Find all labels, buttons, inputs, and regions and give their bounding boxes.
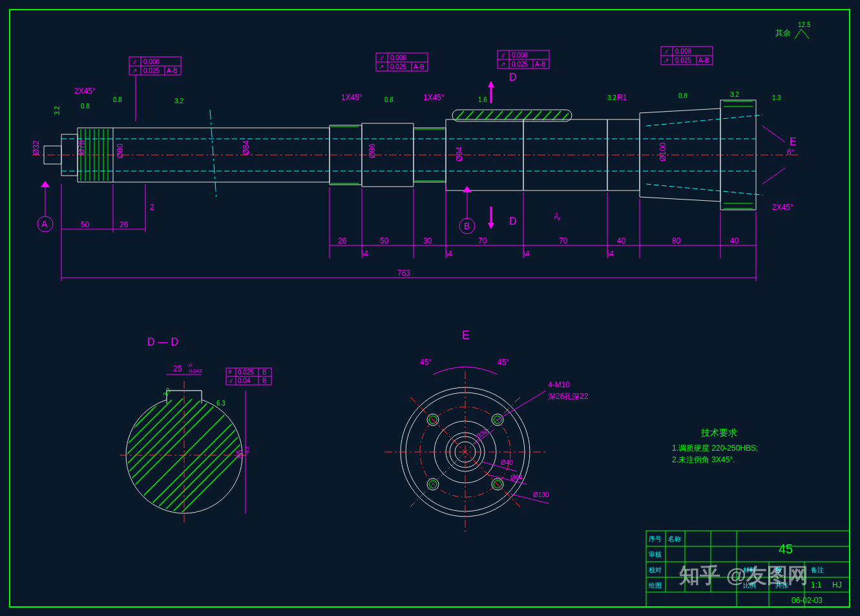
svg-text:\4: \4 bbox=[446, 249, 452, 258]
svg-text:3.2: 3.2 bbox=[607, 94, 616, 101]
svg-text:Ø80: Ø80 bbox=[116, 143, 125, 158]
svg-text:↗: ↗ bbox=[379, 63, 384, 70]
gdt-box-1: ⫽ 0.008 ↗ 0.025 A-B bbox=[129, 57, 181, 121]
svg-text:0.025: 0.025 bbox=[390, 63, 406, 70]
svg-text:0.008: 0.008 bbox=[675, 48, 691, 55]
svg-line-19 bbox=[485, 111, 493, 120]
svg-line-22 bbox=[514, 111, 522, 120]
svg-text:0.025: 0.025 bbox=[238, 369, 254, 376]
svg-text:2°: 2° bbox=[552, 211, 563, 221]
svg-text:深26孔深22: 深26孔深22 bbox=[548, 392, 589, 401]
svg-text:备注: 备注 bbox=[811, 566, 824, 573]
svg-text:0.008: 0.008 bbox=[512, 52, 528, 59]
svg-text:4-M10: 4-M10 bbox=[548, 380, 570, 389]
svg-text:763: 763 bbox=[397, 269, 410, 278]
datum-b: B bbox=[459, 186, 475, 234]
svg-text:40: 40 bbox=[730, 236, 739, 245]
svg-text:0.025: 0.025 bbox=[512, 61, 528, 68]
cad-drawing: 其余 12.5 bbox=[0, 0, 860, 616]
svg-text:0.8: 0.8 bbox=[384, 96, 393, 103]
gdt-box-2: ⫽ 0.008 ↗ 0.025 A-B bbox=[376, 53, 428, 71]
svg-text:审核: 审核 bbox=[649, 551, 662, 558]
gdt-box-3: ⫽ 0.008 ↗ 0.025 A-B bbox=[498, 50, 549, 68]
svg-line-17 bbox=[465, 111, 474, 120]
svg-text:50: 50 bbox=[81, 220, 90, 229]
svg-text:40: 40 bbox=[617, 236, 626, 245]
svg-text:\4: \4 bbox=[607, 249, 614, 258]
svg-text:26: 26 bbox=[338, 236, 347, 245]
svg-text:B: B bbox=[262, 377, 267, 384]
svg-text:R1: R1 bbox=[617, 93, 627, 102]
svg-line-23 bbox=[523, 111, 532, 120]
svg-line-213 bbox=[498, 391, 546, 420]
svg-text:50: 50 bbox=[380, 236, 389, 245]
svg-text:Ø84: Ø84 bbox=[242, 140, 251, 155]
svg-text:A-B: A-B bbox=[414, 63, 425, 70]
svg-text:A-B: A-B bbox=[535, 61, 546, 68]
svg-text:6°: 6° bbox=[787, 148, 795, 157]
svg-text:=: = bbox=[228, 369, 232, 376]
svg-line-20 bbox=[494, 111, 503, 120]
svg-text:Ø130: Ø130 bbox=[533, 491, 549, 498]
svg-text:1.调质硬度 220-250HBS;: 1.调质硬度 220-250HBS; bbox=[672, 444, 758, 453]
svg-text:⫽: ⫽ bbox=[132, 58, 138, 65]
svg-text:Ø94: Ø94 bbox=[455, 147, 464, 161]
svg-text:⫽: ⫽ bbox=[379, 54, 385, 61]
svg-text:B: B bbox=[262, 369, 267, 376]
svg-text:⫽: ⫽ bbox=[500, 52, 507, 59]
datum-a: A bbox=[37, 181, 53, 232]
svg-text:Ø64: Ø64 bbox=[510, 474, 523, 481]
svg-text:1X45°: 1X45° bbox=[341, 93, 362, 102]
svg-text:绘图: 绘图 bbox=[649, 582, 662, 589]
watermark: 知乎 @友图网 bbox=[679, 562, 808, 590]
svg-line-158 bbox=[145, 420, 246, 520]
svg-line-164 bbox=[123, 391, 210, 478]
svg-text:HJ: HJ bbox=[832, 580, 842, 590]
svg-line-92 bbox=[762, 168, 785, 184]
svg-line-21 bbox=[504, 111, 512, 120]
svg-text:Ø100: Ø100 bbox=[658, 142, 667, 161]
svg-text:26: 26 bbox=[120, 220, 129, 229]
svg-text:70: 70 bbox=[478, 236, 487, 245]
bottom-dimensions bbox=[61, 184, 756, 281]
svg-text:3.2: 3.2 bbox=[174, 98, 184, 105]
svg-text:A: A bbox=[41, 219, 48, 229]
svg-text:45: 45 bbox=[779, 542, 793, 556]
svg-text:↗: ↗ bbox=[664, 57, 669, 64]
svg-line-34 bbox=[646, 115, 762, 126]
svg-text:1:1: 1:1 bbox=[811, 580, 822, 590]
svg-line-160 bbox=[165, 439, 246, 520]
svg-line-166 bbox=[123, 391, 191, 458]
svg-text:2.未注倒角 3X45°.: 2.未注倒角 3X45°. bbox=[672, 455, 735, 464]
svg-text:Ø32: Ø32 bbox=[32, 140, 41, 155]
svg-text:1.6: 1.6 bbox=[478, 96, 487, 103]
svg-text:E: E bbox=[790, 136, 797, 147]
svg-text:⫽: ⫽ bbox=[228, 377, 235, 384]
svg-text:0.8: 0.8 bbox=[678, 92, 687, 99]
svg-text:3.2: 3.2 bbox=[54, 106, 61, 115]
svg-text:2X45°: 2X45° bbox=[772, 203, 793, 212]
svg-line-163 bbox=[123, 391, 220, 488]
svg-text:0.008: 0.008 bbox=[390, 54, 406, 61]
svg-text:0.008: 0.008 bbox=[143, 58, 160, 65]
view-e: E 45° 45° 4-M10 bbox=[384, 329, 589, 533]
svg-text:45°: 45° bbox=[498, 358, 509, 367]
svg-text:技术要求: 技术要求 bbox=[700, 427, 737, 438]
svg-text:-0: -0 bbox=[187, 362, 193, 368]
svg-text:A-B: A-B bbox=[698, 57, 709, 64]
svg-text:0.8: 0.8 bbox=[113, 96, 122, 103]
main-shaft-view: 50 26 2 26 50 30 70 70 40 80 40 \4 \4 \4… bbox=[32, 46, 798, 281]
svg-text:序号: 序号 bbox=[649, 535, 662, 542]
gdt-box-4: ⫽ 0.008 ↗ 0.025 A-B bbox=[661, 46, 713, 65]
tech-requirements: 技术要求 1.调质硬度 220-250HBS; 2.未注倒角 3X45°. bbox=[672, 427, 758, 464]
svg-text:80: 80 bbox=[672, 236, 681, 245]
svg-text:D: D bbox=[509, 216, 517, 227]
svg-text:6.3: 6.3 bbox=[216, 400, 225, 407]
svg-text:30: 30 bbox=[423, 236, 432, 245]
svg-line-165 bbox=[123, 391, 200, 468]
svg-line-159 bbox=[155, 429, 246, 520]
svg-line-35 bbox=[646, 184, 762, 195]
svg-text:70: 70 bbox=[559, 236, 568, 245]
svg-text:0.04: 0.04 bbox=[238, 377, 251, 384]
svg-text:-0.2: -0.2 bbox=[244, 446, 250, 455]
